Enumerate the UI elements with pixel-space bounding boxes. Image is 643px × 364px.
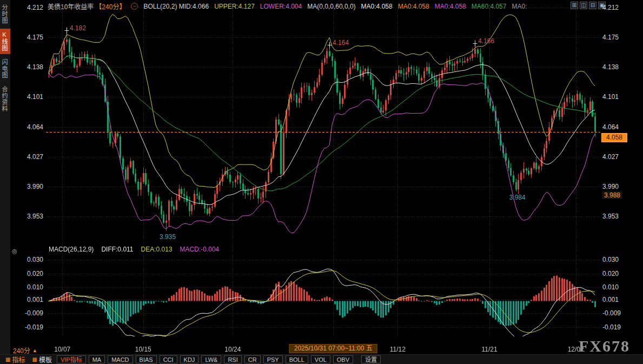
period-selector[interactable]: 240分 ▲ (13, 346, 37, 355)
date-label: 11/21 (481, 346, 497, 353)
date-label: 10/15 (135, 346, 151, 353)
macd-tick-label: 0.010 (602, 283, 640, 291)
reference-price-marker: 3.988 (602, 191, 622, 199)
macd-tick-label: 0.020 (602, 270, 640, 277)
price-tick-label: 4.212 (602, 4, 640, 11)
macd-tick-label: 0.010 (11, 283, 43, 291)
selected-time-range: 2025/10/31 07:00~11:00 五 (289, 344, 377, 353)
price-tick-label: 3.990 (11, 183, 43, 190)
dropdown-up-icon: ▲ (32, 348, 37, 353)
toolbar-button-boll[interactable]: BOLL (286, 355, 308, 363)
macd-tick-label: -0.009 (11, 309, 43, 317)
macd-tick-label: 0.001 (11, 296, 43, 303)
toolbar-button-rsi[interactable]: RSI (224, 355, 241, 363)
left-sidebar: 分时图K线图闪电图合约资料 (0, 0, 10, 354)
sidebar-item-contract-info[interactable]: 合约资料 (0, 83, 10, 115)
toolbar-button-psy[interactable]: PSY (263, 355, 283, 363)
date-label: 10/07 (54, 346, 70, 353)
tab-label: 指标 (12, 355, 25, 364)
price-tick-label: 3.953 (11, 213, 43, 220)
price-tick-label: 4.101 (11, 93, 43, 101)
grid-icon: ▦ (5, 356, 10, 362)
panel-toggle-icon[interactable]: ◎ (12, 248, 17, 255)
price-tick-label: 4.212 (11, 4, 43, 11)
price-tick-label: 4.175 (602, 34, 640, 41)
toolbar-button-cci[interactable]: CCI (160, 355, 177, 363)
macd-tick-label: 0.001 (602, 296, 640, 303)
macd-tick-label: -0.019 (11, 323, 43, 331)
toolbar-button-lwr[interactable]: LW& (201, 355, 221, 363)
toolbar-button-cr[interactable]: CR (244, 355, 261, 363)
sidebar-item-tick-chart[interactable]: 闪电图 (0, 56, 10, 81)
macd-hist-value: MACD:-0.004 (180, 246, 220, 253)
macd-tick-label: 0.030 (602, 256, 640, 263)
price-tick-label: 4.175 (11, 34, 43, 41)
grid-icon: ▦ (32, 356, 37, 362)
price-tick-label: 4.138 (11, 63, 43, 71)
watermark: FX678 (579, 337, 630, 355)
toolbar-button-bias[interactable]: BIAS (136, 355, 157, 363)
right-price-axis: 4.2124.1754.1384.1014.0644.0273.9903.953… (602, 0, 640, 343)
price-tick-label: 4.101 (602, 93, 640, 101)
toolbar-button-kdj[interactable]: KDJ (180, 355, 199, 363)
tab-label: 模板 (39, 355, 52, 364)
toolbar-button-ma[interactable]: MA (89, 355, 105, 363)
date-label: 11/12 (390, 346, 406, 353)
date-label: 10/24 (224, 346, 241, 353)
macd-label: MACD(26,12,9) (49, 246, 94, 253)
macd-dea-value: DEA:0.013 (141, 246, 173, 253)
toolbar-tab-indicators[interactable]: ▦指标 (3, 355, 27, 364)
app-window: 分时图K线图闪电图合约资料 美债10年收益率 【240分】 − BOLL(20,… (0, 0, 643, 364)
toolbar-tab-templates[interactable]: ▦模板 (30, 355, 54, 364)
macd-diff-value: DIFF:0.011 (101, 246, 133, 253)
toolbar-button-vip-indicators[interactable]: VIP指标 (57, 355, 86, 363)
price-tick-label: 4.138 (602, 63, 640, 71)
toolbar-button-vol[interactable]: VOL (311, 355, 330, 363)
toolbar-button-settings[interactable]: 设置 (361, 355, 381, 363)
sidebar-item-kline-chart[interactable]: K线图 (0, 29, 10, 54)
last-price-marker: 4.058 (601, 133, 627, 142)
macd-tick-label: -0.019 (602, 323, 640, 331)
macd-tick-label: 0.030 (11, 256, 43, 263)
price-tick-label: 3.990 (602, 183, 640, 190)
price-tick-label: 4.064 (11, 123, 43, 131)
price-chart-canvas[interactable] (46, 0, 600, 343)
macd-tick-label: -0.009 (602, 309, 640, 317)
toolbar-button-macd[interactable]: MACD (108, 355, 132, 363)
price-tick-label: 4.027 (11, 153, 43, 161)
price-tick-label: 4.064 (602, 123, 640, 131)
price-tick-label: 4.027 (602, 153, 640, 161)
sidebar-item-timeshare-chart[interactable]: 分时图 (0, 2, 10, 27)
left-price-axis: 4.2124.1754.1384.1014.0644.0273.9903.953… (11, 0, 43, 343)
toolbar-button-obv[interactable]: OBV (333, 355, 353, 363)
price-tick-label: 3.953 (602, 213, 640, 220)
period-selector-label: 240分 (13, 346, 30, 355)
macd-legend: MACD(26,12,9) DIFF:0.011 DEA:0.013 MACD:… (49, 246, 219, 253)
time-axis: 10/0710/1510/2411/1211/2112/022025/10/31… (46, 345, 600, 354)
bottom-toolbar: ▦指标▦模板VIP指标MAMACDBIASCCIKDJLW&RSICRPSYBO… (0, 354, 643, 364)
macd-tick-label: 0.020 (11, 270, 43, 277)
